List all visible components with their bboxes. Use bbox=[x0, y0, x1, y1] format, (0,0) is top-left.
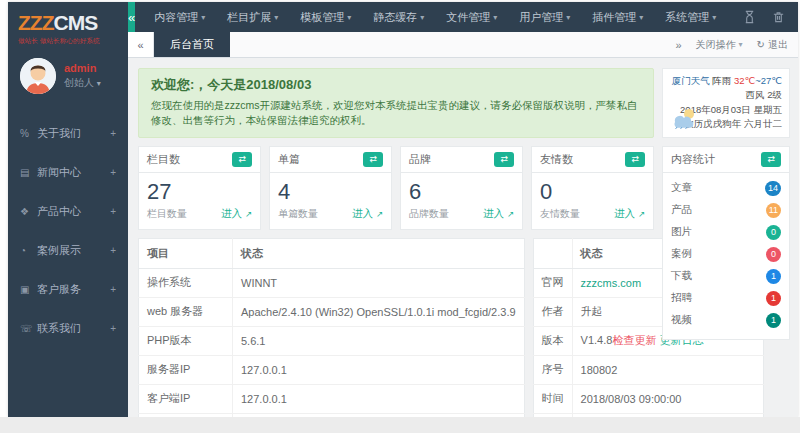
sidebar-collapse-button[interactable]: « bbox=[128, 2, 135, 32]
menu-users[interactable]: 用户管理▾ bbox=[508, 10, 581, 25]
tab-bar: « 后台首页 » 关闭操作▾ ↻退出 bbox=[128, 32, 798, 58]
count-badge: 11 bbox=[766, 203, 781, 218]
user-role-label: 创始人 bbox=[64, 77, 94, 88]
panel-title: 内容统计 bbox=[671, 152, 715, 167]
enter-label: 进入 bbox=[483, 207, 504, 219]
content-main-column: 欢迎您:，今天是2018/08/03 您现在使用的是zzzcms开源建站系统，欢… bbox=[138, 68, 654, 417]
count-badge: 0 bbox=[766, 247, 781, 262]
chevron-down-icon: ▾ bbox=[201, 13, 205, 22]
card-value: 27 bbox=[147, 179, 252, 204]
menu-plugins[interactable]: 插件管理▾ bbox=[581, 10, 654, 25]
logo-tagline: 做站长 做站长称心的好系统 bbox=[18, 36, 115, 46]
row-label: 客户端IP bbox=[139, 384, 233, 413]
refresh-badge-icon[interactable]: ⇄ bbox=[761, 152, 781, 167]
enter-link[interactable]: 进入 ↗ bbox=[221, 207, 252, 221]
arrow-up-right-icon: ↗ bbox=[507, 209, 514, 219]
menu-template[interactable]: 模板管理▾ bbox=[289, 10, 362, 25]
welcome-title: 欢迎您:，今天是2018/08/03 bbox=[151, 76, 641, 94]
sidebar-item-label: 关于我们 bbox=[37, 126, 110, 141]
menu-label: 模板管理 bbox=[300, 10, 344, 25]
stat-row-cases[interactable]: 案例0 bbox=[671, 243, 781, 265]
tab-dashboard[interactable]: 后台首页 bbox=[154, 32, 230, 57]
tabs-scroll-left-button[interactable]: « bbox=[128, 32, 154, 57]
card-title: 栏目数 bbox=[147, 152, 180, 167]
clear-cache-icon[interactable] bbox=[772, 10, 785, 24]
stat-label: 视频 bbox=[671, 313, 692, 327]
stat-label: 招聘 bbox=[671, 291, 692, 305]
row-label: 服务器IP bbox=[139, 355, 233, 384]
card-friend-links: 友情数⇄ 0 友情数量进入 ↗ bbox=[531, 146, 654, 229]
news-icon: ▤ bbox=[20, 167, 37, 178]
refresh-badge-icon[interactable]: ⇄ bbox=[494, 152, 514, 167]
weather-condition: 阵雨 bbox=[712, 75, 731, 86]
menu-label: 内容管理 bbox=[154, 10, 198, 25]
sidebar-item-service[interactable]: ▣ 客户服务 + bbox=[8, 270, 128, 309]
stat-row-videos[interactable]: 视频1 bbox=[671, 309, 781, 331]
sidebar-item-contact[interactable]: ☏ 联系我们 + bbox=[8, 309, 128, 348]
refresh-badge-icon[interactable]: ⇄ bbox=[232, 152, 252, 167]
stat-row-products[interactable]: 产品11 bbox=[671, 199, 781, 221]
menu-column-ext[interactable]: 栏目扩展▾ bbox=[216, 10, 289, 25]
tab-spacer bbox=[230, 32, 675, 57]
expand-plus-icon: + bbox=[110, 128, 116, 139]
menu-content[interactable]: 内容管理▾ bbox=[143, 10, 216, 25]
stat-label: 产品 bbox=[671, 203, 692, 217]
check-update-link[interactable]: 检查更新 bbox=[612, 334, 656, 346]
sidebar-item-cases[interactable]: ◔ 案例展示 + bbox=[8, 231, 128, 270]
chevron-down-icon: ▾ bbox=[639, 13, 643, 22]
enter-label: 进入 bbox=[221, 207, 242, 219]
table-row: 客户端IP127.0.0.1 bbox=[139, 384, 525, 413]
weather-city-link[interactable]: 厦门天气 bbox=[672, 75, 710, 86]
row-value: 127.0.0.1 bbox=[233, 384, 525, 413]
menu-system[interactable]: 系统管理▾ bbox=[654, 10, 727, 25]
avatar[interactable] bbox=[20, 58, 56, 94]
menu-label: 插件管理 bbox=[592, 10, 636, 25]
refresh-badge-icon[interactable]: ⇄ bbox=[625, 152, 645, 167]
stat-row-articles[interactable]: 文章14 bbox=[671, 177, 781, 199]
card-single-pages: 单篇⇄ 4 单篇数量进入 ↗ bbox=[269, 146, 392, 229]
card-title: 友情数 bbox=[540, 152, 573, 167]
row-label: 作者 bbox=[533, 297, 572, 326]
weather-cloud-icon bbox=[669, 107, 699, 129]
sidebar-item-news[interactable]: ▤ 新闻中心 + bbox=[8, 153, 128, 192]
column-header: 状态 bbox=[233, 238, 525, 268]
menu-files[interactable]: 文件管理▾ bbox=[435, 10, 508, 25]
card-label: 单篇数量 bbox=[278, 207, 318, 221]
table-row: 服务器IP127.0.0.1 bbox=[139, 355, 525, 384]
sidebar-item-label: 产品中心 bbox=[37, 204, 110, 219]
tabs-scroll-right-button[interactable]: » bbox=[675, 39, 681, 51]
welcome-banner: 欢迎您:，今天是2018/08/03 您现在使用的是zzzcms开源建站系统，欢… bbox=[138, 68, 654, 138]
official-site-link[interactable]: zzzcms.com bbox=[581, 277, 642, 289]
refresh-badge-icon[interactable]: ⇄ bbox=[363, 152, 383, 167]
logout-label: 退出 bbox=[768, 38, 788, 52]
user-profile: admin 创始人 ▾ bbox=[8, 50, 128, 108]
logo: ZZZCMS 做站长 做站长称心的好系统 bbox=[8, 2, 128, 50]
logout-button[interactable]: ↻退出 bbox=[757, 38, 788, 52]
close-operations-dropdown[interactable]: 关闭操作▾ bbox=[696, 38, 743, 52]
card-value: 4 bbox=[278, 179, 383, 204]
row-label: 时间 bbox=[533, 384, 572, 413]
sidebar: ZZZCMS 做站长 做站长称心的好系统 admin 创始人 ▾ % bbox=[8, 2, 128, 417]
hourglass-icon[interactable] bbox=[743, 10, 756, 24]
content-stats-list: 文章14 产品11 图片0 案例0 下载1 招聘1 视频1 bbox=[663, 173, 789, 339]
menu-static-cache[interactable]: 静态缓存▾ bbox=[362, 10, 435, 25]
weather-low-temp: ~27℃ bbox=[755, 75, 782, 86]
row-value: 5.6.1 bbox=[233, 326, 525, 355]
stat-row-images[interactable]: 图片0 bbox=[671, 221, 781, 243]
enter-link[interactable]: 进入 ↗ bbox=[352, 207, 383, 221]
expand-plus-icon: + bbox=[110, 323, 116, 334]
count-badge: 14 bbox=[765, 181, 781, 196]
sidebar-item-about[interactable]: % 关于我们 + bbox=[8, 114, 128, 153]
enter-link[interactable]: 进入 ↗ bbox=[483, 207, 514, 221]
chevron-down-icon: ▾ bbox=[566, 13, 570, 22]
row-value: Apache/2.4.10 (Win32) OpenSSL/1.0.1i mod… bbox=[233, 297, 525, 326]
column-header: 项目 bbox=[139, 238, 233, 268]
enter-link[interactable]: 进入 ↗ bbox=[614, 207, 645, 221]
top-menu: 内容管理▾ 栏目扩展▾ 模板管理▾ 静态缓存▾ 文件管理▾ 用户管理▾ 插件管理… bbox=[135, 2, 727, 32]
page-bottom-strip bbox=[0, 417, 800, 433]
stat-row-jobs[interactable]: 招聘1 bbox=[671, 287, 781, 309]
user-role-dropdown[interactable]: 创始人 ▾ bbox=[64, 76, 101, 90]
stat-label: 案例 bbox=[671, 247, 692, 261]
stat-row-downloads[interactable]: 下载1 bbox=[671, 265, 781, 287]
sidebar-item-products[interactable]: ❖ 产品中心 + bbox=[8, 192, 128, 231]
